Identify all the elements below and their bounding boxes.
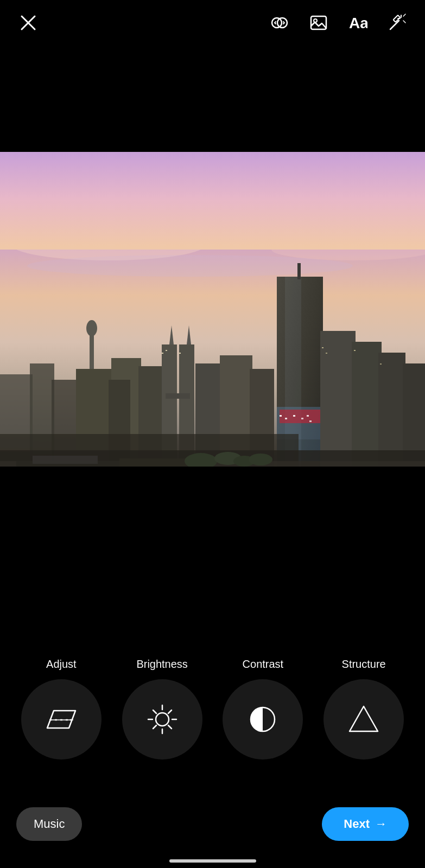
top-bar-left [16, 11, 40, 35]
structure-label: Structure [323, 658, 404, 671]
svg-rect-41 [280, 410, 320, 423]
svg-marker-88 [350, 706, 378, 731]
svg-rect-52 [280, 415, 282, 417]
layers-icon[interactable] [268, 11, 291, 35]
svg-line-11 [403, 14, 405, 16]
brightness-tool-button[interactable] [122, 679, 202, 760]
svg-point-78 [156, 713, 169, 726]
top-bar: Aa [0, 0, 425, 46]
structure-tool-button[interactable] [323, 679, 404, 760]
svg-rect-43 [352, 342, 382, 467]
svg-rect-44 [378, 353, 405, 467]
adjust-label: Adjust [21, 658, 102, 671]
svg-rect-4 [311, 16, 326, 29]
svg-rect-30 [166, 393, 190, 399]
svg-line-86 [153, 725, 156, 729]
next-arrow: → [375, 817, 387, 831]
svg-point-68 [249, 454, 272, 465]
photo-preview [0, 152, 425, 467]
svg-rect-55 [301, 418, 303, 419]
next-label: Next [344, 817, 370, 831]
text-icon[interactable]: Aa [346, 11, 370, 35]
svg-point-22 [86, 320, 97, 336]
contrast-tool-button[interactable] [223, 679, 303, 760]
svg-line-12 [403, 21, 405, 23]
image-icon[interactable] [307, 11, 331, 35]
svg-rect-51 [179, 353, 181, 354]
contrast-label: Contrast [222, 658, 303, 671]
svg-rect-59 [326, 353, 327, 354]
skyline [0, 250, 425, 467]
svg-line-7 [390, 21, 399, 29]
tools-icons [11, 679, 414, 760]
svg-rect-61 [380, 363, 382, 365]
svg-rect-58 [322, 347, 323, 348]
svg-line-84 [168, 725, 172, 729]
close-button[interactable] [16, 11, 40, 35]
svg-rect-56 [307, 415, 309, 417]
svg-line-83 [153, 710, 156, 713]
svg-rect-64 [33, 456, 98, 464]
svg-rect-49 [162, 353, 163, 354]
svg-rect-60 [354, 350, 356, 351]
svg-rect-38 [297, 263, 301, 279]
brightness-label: Brightness [122, 658, 203, 671]
svg-rect-57 [309, 420, 312, 422]
svg-rect-54 [293, 415, 295, 417]
magic-icon[interactable] [385, 11, 409, 35]
svg-line-85 [168, 710, 172, 713]
svg-rect-53 [285, 418, 287, 419]
svg-point-5 [314, 19, 317, 22]
cityscape-background [0, 152, 425, 467]
svg-rect-50 [166, 350, 167, 351]
svg-rect-42 [320, 331, 356, 467]
tools-labels: Adjust Brightness Contrast Structure [11, 658, 414, 671]
top-bar-right: Aa [268, 11, 409, 35]
svg-text:Aa: Aa [349, 15, 367, 31]
home-indicator [169, 859, 256, 863]
edit-tools-section: Adjust Brightness Contrast Structure [0, 658, 425, 760]
adjust-tool-button[interactable] [21, 679, 102, 760]
bottom-bar: Music Next → [0, 807, 425, 841]
next-button[interactable]: Next → [322, 807, 409, 841]
music-button[interactable]: Music [16, 807, 82, 841]
